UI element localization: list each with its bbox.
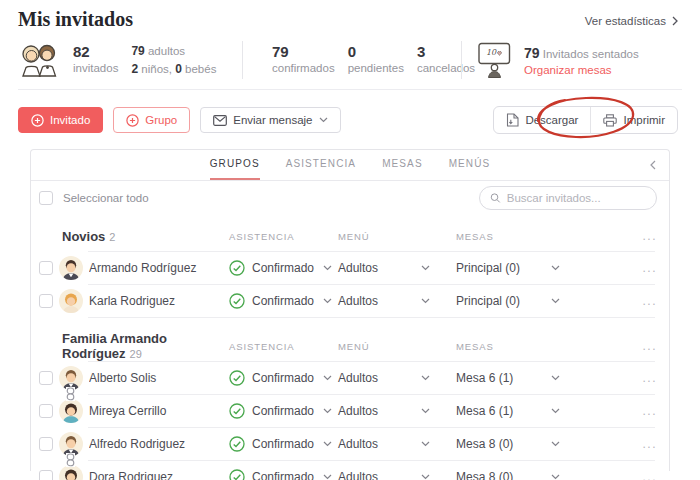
chevron-down-icon xyxy=(421,265,430,271)
actions-bar: Invitado Grupo Enviar mensaje Descargar … xyxy=(18,106,678,134)
row-checkbox[interactable] xyxy=(39,470,53,480)
chevron-down-icon xyxy=(551,375,560,381)
guest-list-card: GRUPOS ASISTENCIA MESAS MENÚS Selecciona… xyxy=(30,149,670,471)
print-button[interactable]: Imprimir xyxy=(590,107,677,133)
search-input[interactable] xyxy=(507,192,646,204)
seating-stat: 79 Invitados sentados Organizar mesas xyxy=(524,45,639,76)
row-options-button[interactable]: ... xyxy=(631,261,657,275)
collapse-panel-button[interactable] xyxy=(650,160,656,170)
chevron-down-icon xyxy=(323,474,332,480)
column-header-attendance: ASISTENCIA xyxy=(229,341,338,352)
group-count: 29 xyxy=(130,348,142,360)
guest-status-dropdown[interactable]: Confirmado xyxy=(229,403,338,419)
search-box xyxy=(479,186,657,210)
menu-label: Adultos xyxy=(338,470,378,480)
organize-tables-link[interactable]: Organizar mesas xyxy=(524,64,639,76)
chevron-down-icon xyxy=(551,474,560,480)
stats-bar: 82 invitados 79 adultos 2 niños, 0 bebés… xyxy=(18,35,682,90)
confirmed-check-icon xyxy=(229,293,245,309)
tab-menus[interactable]: MENÚS xyxy=(449,158,491,180)
stat-rsvp: 79 confirmados 0 pendientes 3 cancelados xyxy=(243,43,461,77)
guest-table-dropdown[interactable]: Principal (0) xyxy=(456,294,560,308)
seated-line: 79 Invitados sentados xyxy=(524,45,639,61)
table-label: Mesa 6 (1) xyxy=(456,404,513,418)
group-divider xyxy=(88,361,655,362)
avatar-icon xyxy=(59,399,83,423)
row-checkbox[interactable] xyxy=(39,404,53,418)
guest-status-dropdown[interactable]: Confirmado xyxy=(229,469,338,480)
guest-menu-dropdown[interactable]: Adultos xyxy=(338,404,456,418)
guest-table-dropdown[interactable]: Mesa 8 (0) xyxy=(456,437,560,451)
row-divider xyxy=(88,427,655,428)
column-header-tables: MESAS xyxy=(456,341,631,352)
chevron-down-icon xyxy=(319,117,328,123)
chevron-down-icon xyxy=(323,441,332,447)
row-options-button[interactable]: ... xyxy=(631,437,657,451)
children-line: 2 niños, 0 bebés xyxy=(131,62,216,77)
column-header-tables: MESAS xyxy=(456,231,631,242)
group-divider xyxy=(88,251,655,252)
groups-container: Novios2 ASISTENCIA MENÚ MESAS ... Armand… xyxy=(31,221,669,480)
avatar-icon xyxy=(59,256,83,280)
guest-menu-dropdown[interactable]: Adultos xyxy=(338,437,456,451)
add-guest-button[interactable]: Invitado xyxy=(18,107,103,133)
row-divider xyxy=(88,284,655,285)
table-label: Mesa 8 (0) xyxy=(456,470,513,480)
guest-status-dropdown[interactable]: Confirmado xyxy=(229,260,338,276)
link-couple-icon xyxy=(66,453,75,467)
guest-status-dropdown[interactable]: Confirmado xyxy=(229,293,338,309)
avatar-icon xyxy=(59,465,83,480)
chevron-down-icon xyxy=(551,298,560,304)
send-message-button[interactable]: Enviar mensaje xyxy=(200,107,340,133)
row-options-button[interactable]: ... xyxy=(631,404,657,418)
list-toolbar: Seleccionar todo xyxy=(31,181,669,215)
guest-name: Armando Rodríguez xyxy=(89,261,229,275)
row-checkbox[interactable] xyxy=(39,371,53,385)
guest-menu-dropdown[interactable]: Adultos xyxy=(338,294,456,308)
guest-row: Alfredo Rodriguez Confirmado Adultos Mes… xyxy=(31,428,669,460)
row-options-button[interactable]: ... xyxy=(631,470,657,480)
guest-status-dropdown[interactable]: Confirmado xyxy=(229,370,338,386)
stat-guests: 82 invitados 79 adultos 2 niños, 0 bebés xyxy=(18,43,242,77)
adults-line: 79 adultos xyxy=(131,44,216,59)
row-options-button[interactable]: ... xyxy=(631,371,657,385)
tab-bar: GRUPOS ASISTENCIA MESAS MENÚS xyxy=(31,150,669,181)
menu-label: Adultos xyxy=(338,261,378,275)
tab-asistencia[interactable]: ASISTENCIA xyxy=(286,158,356,180)
tab-mesas[interactable]: MESAS xyxy=(382,158,423,180)
plus-circle-icon xyxy=(126,114,139,127)
guest-menu-dropdown[interactable]: Adultos xyxy=(338,261,456,275)
row-checkbox[interactable] xyxy=(39,261,53,275)
download-button[interactable]: Descargar xyxy=(494,107,590,133)
guest-table-dropdown[interactable]: Mesa 6 (1) xyxy=(456,371,560,385)
group-options-button[interactable]: ... xyxy=(631,229,657,243)
status-label: Confirmado xyxy=(252,294,314,308)
chevron-down-icon xyxy=(551,441,560,447)
group-rows: Armando Rodríguez Confirmado Adultos Pri… xyxy=(31,252,669,318)
guest-name: Dora Rodriguez xyxy=(89,470,229,480)
row-options-button[interactable]: ... xyxy=(631,294,657,308)
guest-menu-dropdown[interactable]: Adultos xyxy=(338,371,456,385)
add-group-button[interactable]: Grupo xyxy=(113,107,190,133)
guest-table-dropdown[interactable]: Mesa 8 (0) xyxy=(456,470,560,480)
chevron-left-icon xyxy=(650,160,656,170)
select-all-checkbox[interactable] xyxy=(39,191,53,205)
status-label: Confirmado xyxy=(252,437,314,451)
guest-status-dropdown[interactable]: Confirmado xyxy=(229,436,338,452)
guests-count: 82 xyxy=(73,44,118,59)
select-all-label: Seleccionar todo xyxy=(63,192,149,204)
status-label: Confirmado xyxy=(252,371,314,385)
chevron-down-icon xyxy=(421,474,430,480)
tab-grupos[interactable]: GRUPOS xyxy=(210,158,260,180)
guest-name: Alberto Solis xyxy=(89,371,229,385)
view-statistics-link[interactable]: Ver estadísticas xyxy=(585,15,678,27)
guest-table-dropdown[interactable]: Principal (0) xyxy=(456,261,560,275)
group-options-button[interactable]: ... xyxy=(631,339,657,353)
guest-menu-dropdown[interactable]: Adultos xyxy=(338,470,456,480)
guest-group: Novios2 ASISTENCIA MENÚ MESAS ... Armand… xyxy=(31,221,669,318)
guest-table-dropdown[interactable]: Mesa 6 (1) xyxy=(456,404,560,418)
guest-row: Armando Rodríguez Confirmado Adultos Pri… xyxy=(31,252,669,284)
search-icon xyxy=(490,192,501,204)
row-checkbox[interactable] xyxy=(39,294,53,308)
row-checkbox[interactable] xyxy=(39,437,53,451)
